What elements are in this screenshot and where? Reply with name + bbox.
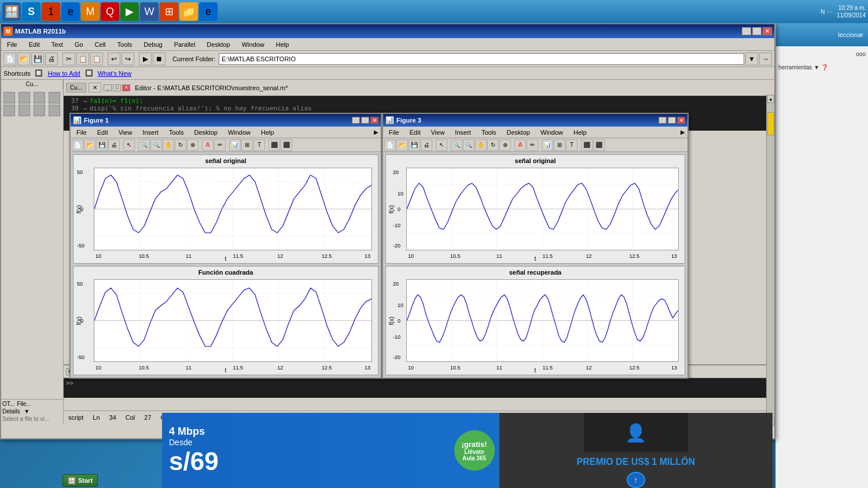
fig3-close-btn[interactable]: ✕ — [677, 117, 685, 124]
app-icon-grid[interactable]: ⊞ — [160, 2, 178, 21]
fig1-tb-rotate[interactable]: ↻ — [175, 139, 186, 151]
fig1-tb-annot[interactable]: T — [253, 139, 265, 151]
fig1-menu-help[interactable]: Help — [258, 128, 278, 137]
fig1-tb-open[interactable]: 📂 — [84, 139, 95, 151]
toolbar-copy[interactable]: 📋 — [76, 53, 89, 65]
fig1-max-btn[interactable]: □ — [361, 117, 369, 124]
fig3-tb-new[interactable]: 📄 — [384, 139, 396, 151]
editor-tab-close[interactable]: ✕ — [89, 83, 101, 93]
editor-tab-1[interactable]: Cu... — [66, 83, 86, 93]
fig3-tb-color[interactable]: A — [514, 139, 526, 151]
close-btn[interactable]: ✕ — [763, 27, 772, 35]
fig1-menu-desktop[interactable]: Desktop — [191, 128, 221, 137]
fig1-tb-print[interactable]: 🖨 — [108, 139, 120, 151]
fig1-tb-show-plot[interactable]: ⬛ — [269, 139, 280, 151]
fig1-tb-zoom-in[interactable]: 🔍 — [138, 139, 150, 151]
fig3-tb-zoom-out[interactable]: 🔍 — [463, 139, 475, 151]
maximize-btn[interactable]: □ — [752, 27, 762, 35]
toolbar-cut[interactable]: ✂ — [62, 53, 75, 65]
fig1-min-btn[interactable]: _ — [352, 117, 360, 124]
fig3-tb-data[interactable]: ⊕ — [499, 139, 511, 151]
scroll-up-btn[interactable]: ▲ — [767, 95, 774, 103]
start-orb[interactable]: 🪟 — [2, 2, 21, 21]
fig3-tb-edit[interactable]: ✏ — [527, 139, 538, 151]
fig1-menu-insert[interactable]: Insert — [139, 128, 162, 137]
toolbar-undo[interactable]: ↩ — [108, 53, 120, 65]
fig3-menu-help[interactable]: Help — [570, 128, 590, 137]
folder-nav-btn[interactable]: → — [759, 53, 772, 65]
fig3-max-btn[interactable]: □ — [668, 117, 676, 124]
toolbar-new[interactable]: 📄 — [3, 53, 16, 65]
menu-parallel[interactable]: Parallel — [171, 40, 199, 49]
current-folder-input[interactable] — [219, 53, 744, 65]
menu-desktop[interactable]: Desktop — [203, 40, 233, 49]
fig1-tb-fig[interactable]: 📊 — [229, 139, 241, 151]
toolbar-redo[interactable]: ↪ — [122, 53, 134, 65]
panel-tab-current[interactable]: Cu... — [1, 80, 63, 90]
fig1-menu-window[interactable]: Window — [225, 128, 254, 137]
app-icon-ie2[interactable]: e — [199, 2, 218, 21]
fig3-menu-insert[interactable]: Insert — [451, 128, 475, 137]
toolbar-run[interactable]: ▶ — [139, 53, 152, 65]
toolbar-print[interactable]: 🖨 — [45, 53, 58, 65]
scrollbar-right[interactable]: ▲ ▼ — [766, 95, 774, 426]
fig1-menu-edit[interactable]: Edit — [94, 128, 112, 137]
fig1-menu-tools[interactable]: Tools — [165, 128, 187, 137]
menu-go[interactable]: Go — [71, 40, 87, 49]
fig1-tb-pan[interactable]: ✋ — [163, 139, 174, 151]
start-button[interactable]: 🪟 Start — [62, 474, 98, 487]
fig1-close-btn[interactable]: ✕ — [370, 117, 378, 124]
editor-max-btn[interactable]: □ — [113, 84, 121, 91]
fig3-tb-show-grid[interactable]: ⬛ — [593, 139, 605, 151]
toolbar-stop[interactable]: ⏹ — [153, 53, 165, 65]
fig1-tb-show-grid[interactable]: ⬛ — [281, 139, 292, 151]
menu-help[interactable]: Help — [273, 40, 293, 49]
toolbar-open[interactable]: 📂 — [17, 53, 30, 65]
fig3-tb-zoom-in[interactable]: 🔍 — [451, 139, 462, 151]
fig3-menu-window[interactable]: Window — [537, 128, 567, 137]
menu-cell[interactable]: Cell — [91, 40, 109, 49]
toolbar-save[interactable]: 💾 — [31, 53, 44, 65]
menu-text[interactable]: Text — [48, 40, 67, 49]
fig3-controls[interactable]: _ □ ✕ — [659, 117, 685, 124]
fig3-tb-open[interactable]: 📂 — [396, 139, 408, 151]
fig3-tb-pan[interactable]: ✋ — [475, 139, 487, 151]
minimize-btn[interactable]: _ — [742, 27, 751, 35]
app-icon-ie[interactable]: e — [61, 2, 80, 21]
titlebar-controls[interactable]: _ □ ✕ — [742, 27, 772, 35]
app-icon-folder[interactable]: 📁 — [179, 2, 198, 21]
fig1-tb-save[interactable]: 💾 — [96, 139, 108, 151]
editor-close-btn[interactable]: ✕ — [122, 84, 130, 91]
fig3-menu-tools[interactable]: Tools — [478, 128, 500, 137]
fig3-min-btn[interactable]: _ — [659, 117, 667, 124]
whats-new-link[interactable]: What's New — [98, 70, 131, 77]
fig1-tb-axis[interactable]: ⊞ — [241, 139, 253, 151]
fig1-tb-color[interactable]: A — [202, 139, 214, 151]
fig3-tb-rotate[interactable]: ↻ — [487, 139, 499, 151]
fig3-tb-show-plot[interactable]: ⬛ — [581, 139, 593, 151]
fig3-menu-edit[interactable]: Edit — [406, 128, 424, 137]
fig3-tb-save[interactable]: 💾 — [409, 139, 420, 151]
scrollbar-thumb[interactable] — [767, 112, 774, 135]
app-icon-q[interactable]: Q — [101, 2, 119, 21]
fig1-tb-cursor[interactable]: ↖ — [123, 139, 135, 151]
fig1-controls[interactable]: _ □ ✕ — [352, 117, 378, 124]
app-icon-s[interactable]: S — [22, 2, 41, 21]
how-to-add-link[interactable]: How to Add — [47, 70, 80, 77]
fig3-tb-fig[interactable]: 📊 — [542, 139, 553, 151]
menu-edit[interactable]: Edit — [25, 40, 43, 49]
fig3-tb-annot[interactable]: T — [566, 139, 578, 151]
menu-window[interactable]: Window — [238, 40, 268, 49]
app-icon-1[interactable]: 1 — [42, 2, 60, 21]
fig1-tb-new[interactable]: 📄 — [72, 139, 83, 151]
app-icon-word[interactable]: W — [140, 2, 159, 21]
app-icon-matlab[interactable]: M — [81, 2, 100, 21]
fig1-menu-view[interactable]: View — [115, 128, 136, 137]
menu-debug[interactable]: Debug — [140, 40, 165, 49]
ad-premio-text[interactable]: PREMIO DE US$ 1 MILLÓN — [577, 457, 695, 467]
fig3-menu-file[interactable]: File — [385, 128, 403, 137]
fig3-tb-axis[interactable]: ⊞ — [554, 139, 565, 151]
fig3-menu-view[interactable]: View — [428, 128, 448, 137]
fig1-menu-file[interactable]: File — [73, 128, 90, 137]
fig3-tb-cursor[interactable]: ↖ — [436, 139, 447, 151]
